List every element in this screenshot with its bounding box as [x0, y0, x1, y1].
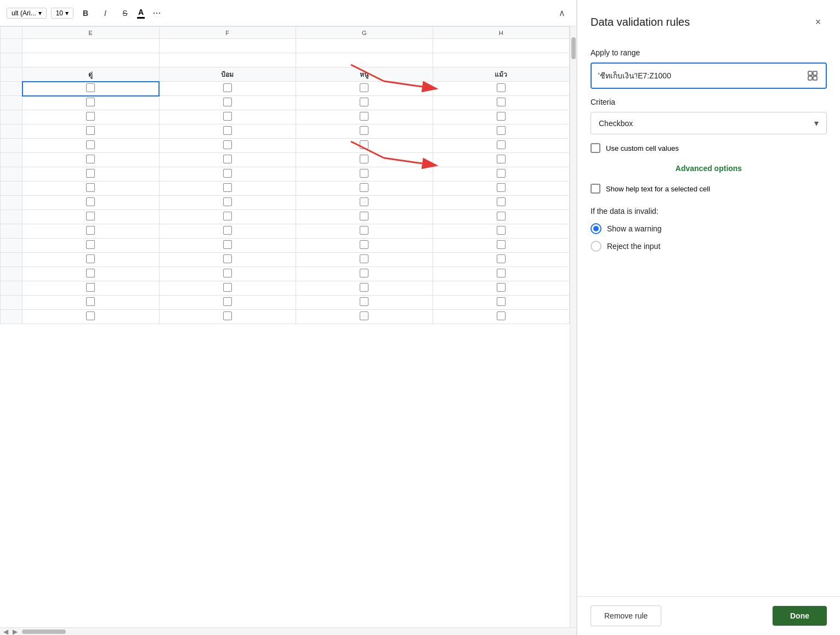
checkbox-cell[interactable] — [223, 126, 232, 135]
checkbox-cell[interactable] — [223, 183, 232, 192]
checkbox-cell[interactable] — [360, 140, 368, 149]
show-warning-radio[interactable] — [591, 223, 601, 234]
checkbox-cell[interactable] — [223, 197, 232, 206]
checkbox-cell[interactable] — [360, 83, 368, 92]
horizontal-scrollbar-thumb[interactable] — [22, 630, 66, 634]
range-input-wrapper[interactable] — [591, 63, 827, 89]
checkbox-cell[interactable] — [86, 83, 95, 92]
custom-cell-values-checkbox[interactable] — [591, 143, 600, 153]
font-selector[interactable]: ult (Ari... ▾ — [7, 8, 47, 19]
checkbox-cell[interactable] — [497, 83, 506, 92]
checkbox-cell[interactable] — [223, 98, 232, 106]
checkbox-cell[interactable] — [86, 240, 95, 249]
checkbox-cell[interactable] — [497, 226, 506, 235]
more-options-button[interactable]: ··· — [149, 5, 164, 21]
font-size-selector[interactable]: 10 ▾ — [51, 8, 73, 19]
checkbox-cell[interactable] — [360, 311, 368, 320]
underline-button[interactable]: A — [137, 8, 145, 19]
checkbox-cell[interactable] — [86, 283, 95, 292]
criteria-dropdown[interactable]: Checkbox ▾ — [591, 112, 827, 134]
done-button[interactable]: Done — [773, 606, 827, 626]
select-range-icon[interactable] — [806, 69, 819, 82]
checkbox-cell[interactable] — [360, 169, 368, 178]
checkbox-cell[interactable] — [223, 212, 232, 220]
checkbox-cell[interactable] — [497, 155, 506, 163]
show-help-text-checkbox[interactable] — [591, 184, 600, 194]
checkbox-cell[interactable] — [223, 169, 232, 178]
checkbox-cell[interactable] — [86, 169, 95, 178]
checkbox-cell[interactable] — [86, 297, 95, 306]
checkbox-cell[interactable] — [360, 226, 368, 235]
checkbox-cell[interactable] — [86, 126, 95, 135]
scrollbar-thumb[interactable] — [571, 37, 576, 59]
range-input[interactable] — [598, 71, 806, 80]
checkbox-cell[interactable] — [360, 112, 368, 121]
advanced-options-title[interactable]: Advanced options — [591, 164, 827, 173]
checkbox-cell[interactable] — [497, 269, 506, 277]
checkbox-cell[interactable] — [497, 183, 506, 192]
checkbox-cell[interactable] — [86, 269, 95, 277]
vertical-scrollbar[interactable] — [570, 26, 576, 627]
table-row — [1, 167, 570, 182]
checkbox-cell[interactable] — [360, 297, 368, 306]
checkbox-cell[interactable] — [223, 226, 232, 235]
checkbox-cell[interactable] — [86, 155, 95, 163]
checkbox-cell[interactable] — [360, 254, 368, 263]
font-name: ult (Ari... — [12, 9, 36, 17]
checkbox-cell[interactable] — [86, 112, 95, 121]
checkbox-cell[interactable] — [86, 212, 95, 220]
checkbox-cell[interactable] — [497, 197, 506, 206]
checkbox-cell[interactable] — [360, 98, 368, 106]
scroll-left-button[interactable]: ◀ — [1, 628, 10, 636]
checkbox-cell[interactable] — [497, 98, 506, 106]
criteria-value: Checkbox — [599, 119, 633, 128]
checkbox-cell[interactable] — [86, 197, 95, 206]
checkbox-cell[interactable] — [360, 155, 368, 163]
show-warning-row: Show a warning — [591, 223, 827, 234]
checkbox-cell[interactable] — [223, 155, 232, 163]
checkbox-cell[interactable] — [497, 112, 506, 121]
checkbox-cell[interactable] — [360, 269, 368, 277]
checkbox-cell[interactable] — [223, 297, 232, 306]
horizontal-scrollbar[interactable]: ◀ ▶ — [0, 627, 576, 635]
checkbox-cell[interactable] — [497, 240, 506, 249]
bold-button[interactable]: B — [78, 5, 93, 21]
checkbox-cell[interactable] — [497, 254, 506, 263]
checkbox-cell[interactable] — [497, 140, 506, 149]
checkbox-cell[interactable] — [360, 183, 368, 192]
checkbox-cell[interactable] — [223, 311, 232, 320]
table-row — [1, 53, 570, 67]
checkbox-cell[interactable] — [223, 283, 232, 292]
checkbox-cell[interactable] — [223, 140, 232, 149]
reject-input-radio[interactable] — [591, 241, 601, 252]
checkbox-cell[interactable] — [223, 254, 232, 263]
panel-close-button[interactable]: × — [809, 13, 827, 31]
checkbox-cell[interactable] — [223, 83, 232, 92]
checkbox-cell[interactable] — [497, 297, 506, 306]
checkbox-cell[interactable] — [86, 140, 95, 149]
strikethrough-button[interactable]: S — [117, 5, 133, 21]
table-row — [1, 296, 570, 310]
checkbox-cell[interactable] — [223, 112, 232, 121]
checkbox-cell[interactable] — [86, 98, 95, 106]
remove-rule-button[interactable]: Remove rule — [591, 605, 661, 626]
checkbox-cell[interactable] — [497, 311, 506, 320]
checkbox-cell[interactable] — [360, 126, 368, 135]
checkbox-cell[interactable] — [360, 197, 368, 206]
checkbox-cell[interactable] — [223, 240, 232, 249]
collapse-toolbar-button[interactable]: ∧ — [554, 5, 570, 21]
checkbox-cell[interactable] — [497, 283, 506, 292]
checkbox-cell[interactable] — [223, 269, 232, 277]
checkbox-cell[interactable] — [497, 126, 506, 135]
checkbox-cell[interactable] — [86, 183, 95, 192]
checkbox-cell[interactable] — [497, 212, 506, 220]
checkbox-cell[interactable] — [86, 311, 95, 320]
checkbox-cell[interactable] — [360, 212, 368, 220]
checkbox-cell[interactable] — [86, 254, 95, 263]
checkbox-cell[interactable] — [360, 283, 368, 292]
checkbox-cell[interactable] — [497, 169, 506, 178]
checkbox-cell[interactable] — [86, 226, 95, 235]
italic-button[interactable]: I — [98, 5, 113, 21]
checkbox-cell[interactable] — [360, 240, 368, 249]
scroll-right-button[interactable]: ▶ — [10, 628, 20, 636]
